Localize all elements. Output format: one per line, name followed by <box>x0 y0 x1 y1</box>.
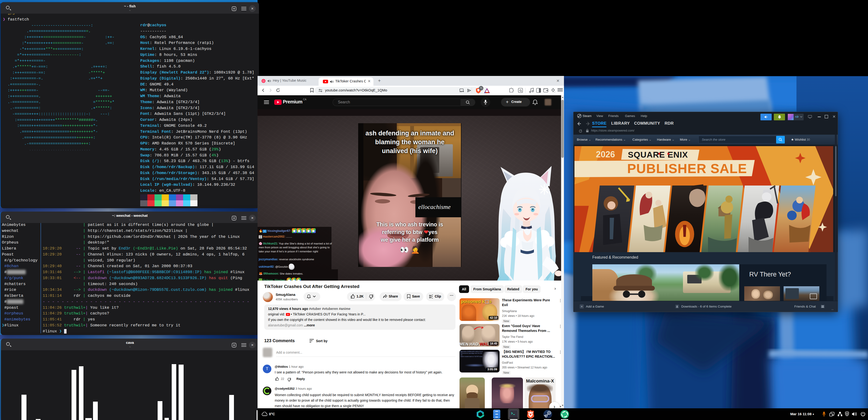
svg-text:2026: 2026 <box>596 149 615 159</box>
svg-text:SQUARE ENIX: SQUARE ENIX <box>628 150 688 159</box>
svg-text:PUBLISHER SALE: PUBLISHER SALE <box>627 161 747 176</box>
